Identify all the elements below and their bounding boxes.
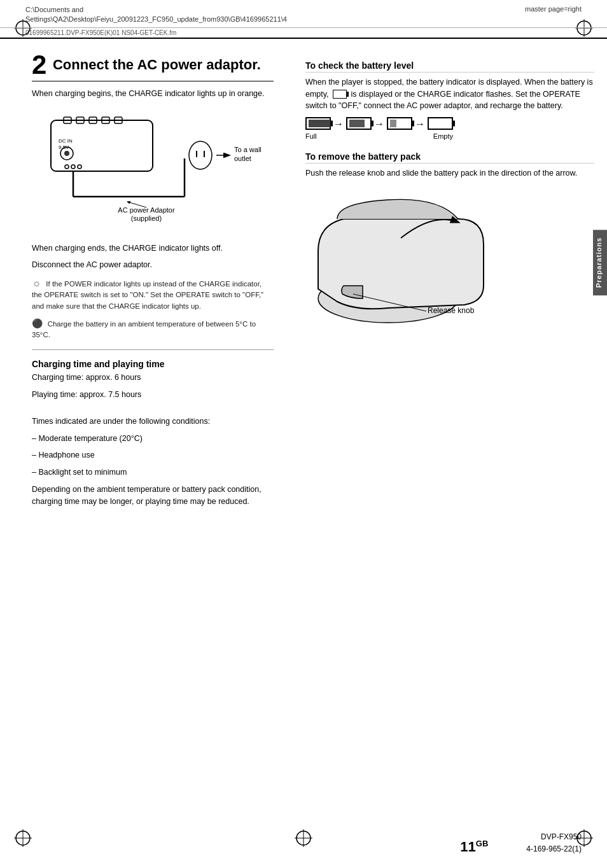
svg-text:AC power Adaptor: AC power Adaptor: [118, 206, 175, 214]
battery-para: When the player is stopped, the battery …: [305, 76, 594, 112]
svg-point-25: [65, 165, 69, 169]
battery-empty: [428, 117, 453, 130]
svg-point-27: [78, 165, 81, 169]
release-knob-diagram: Release knob: [305, 187, 594, 314]
step-title: Connect the AC power adaptor.: [53, 57, 261, 73]
page-number-suffix: GB: [476, 839, 489, 848]
note-text: Charge the battery in an ambient tempera…: [32, 320, 256, 339]
condition1: – Moderate temperature (20°C): [32, 433, 274, 445]
battery-quarter: [387, 117, 412, 130]
release-knob-svg: Release knob: [305, 187, 522, 327]
header-path-line1: C:\Documents and: [25, 6, 83, 13]
footer: 11GB DVP-FX950 4-169-965-22(1): [0, 831, 607, 855]
svg-point-24: [64, 151, 69, 156]
divider: [32, 349, 274, 350]
header: C:\Documents and Settings\QA2\Desktop\Fe…: [0, 0, 607, 28]
svg-text:DC IN: DC IN: [59, 138, 73, 144]
condition4: Depending on the ambient temperature or …: [32, 484, 274, 508]
battery-section-title: To check the battery level: [305, 60, 594, 73]
battery-label-full: Full: [305, 132, 331, 140]
header-left: C:\Documents and Settings\QA2\Desktop\Fe…: [25, 5, 582, 25]
svg-text:Release knob: Release knob: [428, 306, 475, 315]
svg-text:(supplied): (supplied): [131, 214, 162, 222]
note-icon: ⚫: [32, 318, 43, 328]
battery-full: [305, 117, 331, 130]
battery-arrow2: →: [374, 118, 384, 130]
model-number: DVP-FX950 4-169-965-22(1): [526, 831, 582, 855]
conditions-intro: Times indicated are under the following …: [32, 416, 274, 428]
header-bottom-line: 01699965211.DVP-FX950E(K)01 NS04-GET-CEK…: [0, 28, 607, 39]
battery-arrow1: →: [333, 118, 344, 130]
main-content: 2 Connect the AC power adaptor. When cha…: [0, 39, 607, 526]
charging-time-section: Charging time and playing time Charging …: [32, 359, 274, 507]
remove-battery-para: Push the release knob and slide the batt…: [305, 167, 594, 179]
step-header: 2 Connect the AC power adaptor.: [32, 52, 274, 81]
svg-text:outlet: outlet: [234, 155, 251, 162]
svg-text:To a wall: To a wall: [234, 146, 262, 153]
page-number: 11GB: [460, 839, 488, 855]
page: C:\Documents and Settings\QA2\Desktop\Fe…: [0, 0, 607, 868]
charge-para1: When charging begins, the CHARGE indicat…: [32, 88, 274, 100]
side-tab: Preparations: [593, 230, 607, 295]
note-section: ⚫ Charge the battery in an ambient tempe…: [32, 318, 274, 341]
step-number: 2: [32, 52, 46, 78]
condition3: – Backlight set to minimum: [32, 466, 274, 479]
header-right: master page=right: [525, 5, 582, 13]
svg-point-31: [189, 141, 212, 169]
battery-arrow3: →: [415, 118, 425, 130]
svg-point-26: [71, 165, 75, 169]
battery-label-empty: Empty: [428, 132, 453, 140]
tip-text: If the POWER indicator lights up instead…: [32, 280, 263, 310]
left-column: 2 Connect the AC power adaptor. When cha…: [0, 52, 293, 513]
battery-labels: Full Empty: [305, 132, 594, 140]
tip-section: ☼ If the POWER indicator lights up inste…: [32, 277, 274, 312]
charging-time: Charging time: approx. 6 hours: [32, 372, 274, 384]
battery-level-diagram: → → →: [305, 117, 594, 130]
ac-adaptor-diagram: DC IN 9.5V: [32, 108, 274, 235]
tip-icon: ☼: [32, 277, 41, 288]
ac-adaptor-svg: DC IN 9.5V: [32, 108, 274, 235]
condition2: – Headphone use: [32, 449, 274, 461]
playing-time: Playing time: approx. 7.5 hours: [32, 389, 274, 401]
battery-three-quarter: [346, 117, 372, 130]
charge-para2: When charging ends, the CHARGE indicator…: [32, 242, 274, 255]
right-column: Preparations To check the battery level …: [293, 52, 607, 513]
header-path-line2: Settings\QA2\Desktop\Feiyu_20091223_FC95…: [25, 15, 287, 23]
charge-para3: Disconnect the AC power adaptor.: [32, 259, 274, 271]
charging-section-title: Charging time and playing time: [32, 359, 274, 369]
remove-battery-title: To remove the battery pack: [305, 151, 594, 164]
